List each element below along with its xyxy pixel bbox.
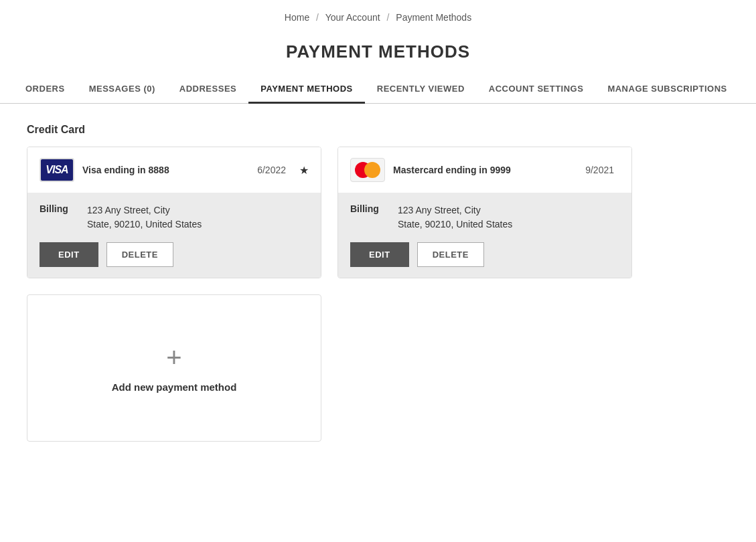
tab-recently-viewed[interactable]: RECENTLY VIEWED [365,76,477,104]
visa-billing-address: 123 Any Street, City State, 90210, Unite… [87,203,202,232]
mastercard-billing-line2: State, 90210, United States [398,219,512,230]
visa-billing-line1: 123 Any Street, City [87,205,170,215]
visa-card-header: VISA Visa ending in 8888 6/2022 ★ [27,147,321,193]
mastercard-billing-row: Billing 123 Any Street, City State, 9021… [350,203,619,232]
mastercard-card-body: Billing 123 Any Street, City State, 9021… [338,193,631,278]
visa-billing-line2: State, 90210, United States [87,219,202,230]
visa-card-name: Visa ending in 8888 [82,165,249,175]
breadcrumb-sep2: / [387,12,390,23]
tab-addresses[interactable]: ADDRESSES [167,76,248,104]
visa-card-actions: EDIT DELETE [40,242,309,267]
breadcrumb: Home / Your Account / Payment Methods [0,0,756,29]
mastercard-card-header: Mastercard ending in 9999 9/2021 [338,147,631,193]
visa-card: VISA Visa ending in 8888 6/2022 ★ Billin… [27,147,321,278]
mastercard-card-name: Mastercard ending in 9999 [393,165,577,175]
add-payment-method-button[interactable]: + Add new payment method [27,294,321,442]
page-title: PAYMENT METHODS [0,29,756,76]
mastercard-billing-label: Billing [350,203,387,232]
tab-messages[interactable]: MESSAGES (0) [77,76,167,104]
visa-default-star-icon: ★ [299,164,309,177]
nav-tabs: ORDERS MESSAGES (0) ADDRESSES PAYMENT ME… [0,76,756,104]
mastercard-billing-address: 123 Any Street, City State, 90210, Unite… [398,203,512,232]
visa-card-body: Billing 123 Any Street, City State, 9021… [27,193,321,278]
mastercard-circles [355,162,380,178]
tab-payment-methods[interactable]: PAYMENT METHODS [248,76,365,104]
main-content: Credit Card VISA Visa ending in 8888 6/2… [0,104,756,478]
mc-orange-circle [364,162,380,178]
mastercard-delete-button[interactable]: DELETE [417,242,484,267]
visa-card-expiry: 6/2022 [257,165,286,175]
add-card-row: + Add new payment method [27,294,729,442]
mastercard-card-expiry: 9/2021 [585,165,614,175]
mastercard-logo [350,158,385,182]
visa-logo: VISA [40,158,74,182]
cards-row: VISA Visa ending in 8888 6/2022 ★ Billin… [27,147,729,278]
visa-delete-button[interactable]: DELETE [106,242,173,267]
tab-manage-subscriptions[interactable]: MANAGE SUBSCRIPTIONS [595,76,739,104]
mastercard-card: Mastercard ending in 9999 9/2021 Billing… [337,147,632,278]
add-payment-label: Add new payment method [112,381,237,393]
breadcrumb-home[interactable]: Home [285,12,309,23]
breadcrumb-account[interactable]: Your Account [325,12,380,23]
mastercard-card-actions: EDIT DELETE [350,242,619,267]
plus-icon: + [166,344,181,371]
mastercard-billing-line1: 123 Any Street, City [398,205,481,215]
breadcrumb-current: Payment Methods [396,12,471,23]
breadcrumb-sep1: / [316,12,319,23]
visa-edit-button[interactable]: EDIT [40,242,98,267]
mastercard-edit-button[interactable]: EDIT [350,242,409,267]
visa-billing-row: Billing 123 Any Street, City State, 9021… [40,203,309,232]
visa-billing-label: Billing [40,203,76,232]
tab-account-settings[interactable]: ACCOUNT SETTINGS [477,76,596,104]
section-title-credit-card: Credit Card [27,124,729,136]
tab-orders[interactable]: ORDERS [13,76,77,104]
